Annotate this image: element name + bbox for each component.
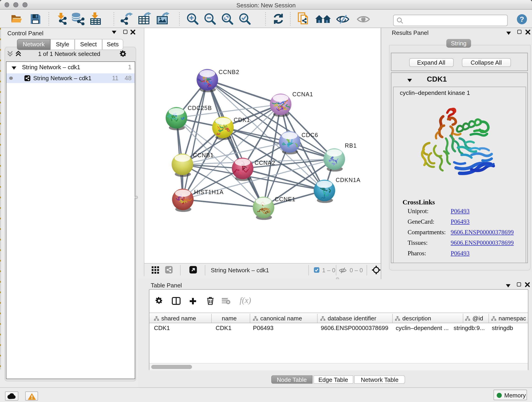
svg-text:CCNE1: CCNE1 bbox=[275, 196, 296, 202]
svg-text:CCNB2: CCNB2 bbox=[219, 69, 239, 75]
svg-text:CCNB1: CCNB1 bbox=[193, 152, 214, 158]
svg-text:CCNA1: CCNA1 bbox=[292, 91, 313, 97]
svg-text:CDC6: CDC6 bbox=[302, 132, 318, 138]
svg-text:CDC25B: CDC25B bbox=[188, 105, 212, 111]
svg-text:CDKN1A: CDKN1A bbox=[336, 177, 361, 183]
svg-text:CDK1: CDK1 bbox=[234, 117, 250, 123]
svg-text:CCNA2: CCNA2 bbox=[254, 160, 275, 166]
svg-text:HIST1H1A: HIST1H1A bbox=[194, 189, 224, 195]
svg-text:?: ? bbox=[520, 15, 524, 23]
svg-text:RB1: RB1 bbox=[345, 142, 357, 149]
